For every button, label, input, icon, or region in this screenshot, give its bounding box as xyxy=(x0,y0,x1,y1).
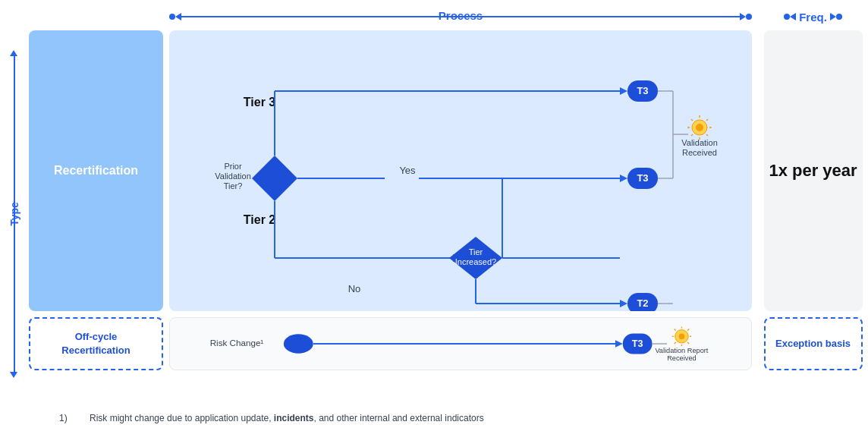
process-label: Process xyxy=(439,9,483,22)
ray5 xyxy=(691,119,693,121)
t3-label-off: T3 xyxy=(632,338,643,349)
t3-label-mid: T3 xyxy=(637,172,648,184)
footnote-text: Risk might change due to application upd… xyxy=(90,413,484,423)
ray6 xyxy=(706,134,708,136)
ray7 xyxy=(706,119,708,121)
t2-label: T2 xyxy=(637,297,648,309)
footnote-area: 1) Risk might change due to application … xyxy=(29,405,868,428)
type-label: Type xyxy=(8,202,20,226)
validation-icon-inner xyxy=(696,124,703,131)
prior-validation-diamond xyxy=(252,156,297,201)
recertification-box: Recertification xyxy=(29,30,163,311)
t3-label-top: T3 xyxy=(637,85,648,96)
validation-report-label2: Received xyxy=(667,354,696,362)
arrow-tier3 xyxy=(620,87,627,95)
svg-text:Increased?: Increased? xyxy=(455,257,496,266)
report-ray7 xyxy=(687,329,689,331)
main-flow-svg: Tier 3 Tier 2 Prior Validation Tier? xyxy=(169,30,752,311)
validation-report-label1: Validation Report xyxy=(655,347,708,354)
tier2-text: Tier 2 xyxy=(244,213,276,226)
report-ray5 xyxy=(675,329,676,331)
report-ray8 xyxy=(675,342,676,344)
main-flow-area: Tier 3 Tier 2 Prior Validation Tier? xyxy=(169,30,752,311)
exception-box: Exception basis xyxy=(764,317,863,370)
off-cycle-box: Off-cycle Recertification xyxy=(29,317,163,370)
off-cycle-svg: Risk Change¹ T3 xyxy=(170,318,751,370)
arrow-t2 xyxy=(620,300,627,307)
main-container: Type Process Freq. xyxy=(0,0,868,428)
arrow-tier3-mid xyxy=(620,175,627,182)
footnote-bold: incidents xyxy=(274,413,314,423)
tier-increased-label: Tier xyxy=(469,247,483,256)
tier3-text: Tier 3 xyxy=(244,96,276,109)
svg-text:Validation: Validation xyxy=(215,172,251,181)
footnote-number: 1) xyxy=(59,413,77,423)
ray8 xyxy=(691,134,693,136)
off-cycle-flow-area: Risk Change¹ T3 xyxy=(169,317,752,370)
risk-change-oval xyxy=(284,334,313,353)
risk-change-label: Risk Change¹ xyxy=(210,338,264,348)
report-ray6 xyxy=(687,342,689,344)
yes-label: Yes xyxy=(399,165,416,176)
validation-received-label2: Received xyxy=(682,148,717,157)
validation-report-icon-inner xyxy=(679,333,685,339)
svg-text:Tier?: Tier? xyxy=(224,181,243,190)
arrow-off-cycle xyxy=(615,340,623,348)
no-label: No xyxy=(348,283,361,294)
freq-box: 1x per year xyxy=(764,30,863,311)
prior-validation-label: Prior xyxy=(224,162,242,171)
freq-label: Freq. xyxy=(799,11,827,24)
validation-received-label1: Validation xyxy=(681,138,718,147)
